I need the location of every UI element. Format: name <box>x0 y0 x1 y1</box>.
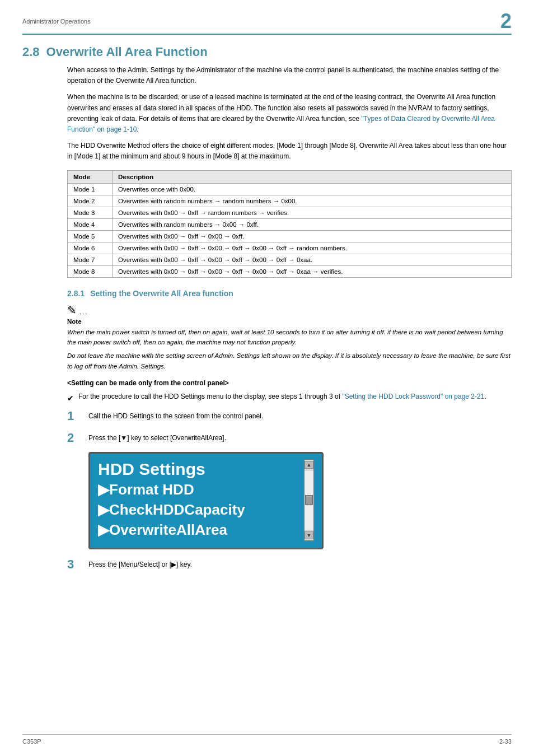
hdd-title: HDD Settings <box>98 459 302 479</box>
para3: The HDD Overwrite Method offers the choi… <box>67 141 512 162</box>
note-text1: When the main power switch is turned off… <box>67 327 512 348</box>
checkmark-item: ✔ For the procedure to call the HDD Sett… <box>67 391 512 404</box>
step-block-2: 2Press the [▼] key to select [OverwriteA… <box>67 431 512 445</box>
table-cell-desc: Overwrites with 0x00 → 0xff → 0x00 → 0xf… <box>113 230 512 242</box>
table-cell-desc: Overwrites with random numbers → 0x00 → … <box>113 218 512 230</box>
table-row: Mode 6Overwrites with 0x00 → 0xff → 0x00… <box>68 242 512 254</box>
note-box: ✎ ... Note When the main power switch is… <box>67 304 512 372</box>
hdd-screen-inner: HDD Settings▶Format HDD▶CheckHDDCapacity… <box>98 459 314 540</box>
hdd-menu-item-2: ▶OverwriteAllArea <box>98 521 302 540</box>
hdd-menu-text-1: ▶CheckHDDCapacity <box>98 501 245 520</box>
step-text-3: Press the [Menu/Select] or [▶] key. <box>88 557 192 570</box>
content-area: When access to the Admin. Settings by th… <box>67 65 512 572</box>
section-heading: Overwrite All Area Function <box>46 45 208 59</box>
step-number-2: 2 <box>67 431 81 445</box>
subsection-title: 2.8.1 Setting the Overwrite All Area fun… <box>67 289 512 298</box>
checkmark-suffix: . <box>484 393 486 400</box>
table-cell-desc: Overwrites with 0x00 → 0xff → 0x00 → 0xf… <box>113 265 512 277</box>
modes-table: Mode Description Mode 1Overwrites once w… <box>67 170 512 278</box>
table-cell-mode: Mode 2 <box>68 195 113 207</box>
setting-panel-label: <Setting can be made only from the contr… <box>67 379 512 387</box>
section-title: 2.8 Overwrite All Area Function <box>22 45 512 59</box>
note-icon: ✎ <box>67 304 77 317</box>
table-cell-desc: Overwrites with 0x00 → 0xff → 0x00 → 0xf… <box>113 254 512 265</box>
footer-left: C353P <box>22 738 41 745</box>
table-cell-mode: Mode 6 <box>68 242 113 254</box>
page: Administrator Operations 2 2.8 Overwrite… <box>0 0 534 756</box>
step-text-1: Call the HDD Settings to the screen from… <box>88 409 263 422</box>
checkmark-text: For the procedure to call the HDD Settin… <box>78 391 486 402</box>
hdd-scroll-up[interactable]: ▲ <box>305 461 313 469</box>
table-cell-desc: Overwrites with 0x00 → 0xff → 0x00 → 0xf… <box>113 242 512 254</box>
table-cell-mode: Mode 8 <box>68 265 113 277</box>
table-row: Mode 5Overwrites with 0x00 → 0xff → 0x00… <box>68 230 512 242</box>
subsection-number: 2.8.1 <box>67 289 85 298</box>
table-cell-mode: Mode 3 <box>68 207 113 218</box>
para2: When the machine is to be discarded, or … <box>67 92 512 135</box>
hdd-screen-wrap: HDD Settings▶Format HDD▶CheckHDDCapacity… <box>88 452 512 549</box>
step-text-2: Press the [▼] key to select [OverwriteAl… <box>88 431 226 444</box>
step-number-1: 1 <box>67 409 81 423</box>
hdd-scroll-track <box>305 470 313 530</box>
checkmark-link[interactable]: "Setting the HDD Lock Password" on page … <box>342 393 484 400</box>
hdd-scrollbar[interactable]: ▲▼ <box>304 459 314 540</box>
step-block-1: 1Call the HDD Settings to the screen fro… <box>67 409 512 423</box>
table-cell-desc: Overwrites with 0x00 → 0xff → random num… <box>113 207 512 218</box>
table-row: Mode 4Overwrites with random numbers → 0… <box>68 218 512 230</box>
table-row: Mode 3Overwrites with 0x00 → 0xff → rand… <box>68 207 512 218</box>
hdd-menu-item-1: ▶CheckHDDCapacity <box>98 501 302 520</box>
section-number: 2.8 <box>22 45 40 59</box>
step-number-3: 3 <box>67 557 81 572</box>
header-bar: Administrator Operations 2 <box>22 11 512 35</box>
table-row: Mode 1Overwrites once with 0x00. <box>68 183 512 195</box>
table-col-mode: Mode <box>68 170 113 183</box>
table-cell-mode: Mode 7 <box>68 254 113 265</box>
hdd-scroll-down[interactable]: ▼ <box>305 531 313 539</box>
checkmark-icon: ✔ <box>67 392 74 404</box>
note-icon-wrap: ✎ ... <box>67 304 512 318</box>
table-col-desc: Description <box>113 170 512 183</box>
table-cell-mode: Mode 4 <box>68 218 113 230</box>
table-cell-mode: Mode 5 <box>68 230 113 242</box>
table-row: Mode 2Overwrites with random numbers → r… <box>68 195 512 207</box>
table-cell-desc: Overwrites with random numbers → random … <box>113 195 512 207</box>
table-cell-desc: Overwrites once with 0x00. <box>113 183 512 195</box>
hdd-content: HDD Settings▶Format HDD▶CheckHDDCapacity… <box>98 459 302 540</box>
steps-container: 1Call the HDD Settings to the screen fro… <box>67 409 512 572</box>
breadcrumb: Administrator Operations <box>22 18 91 25</box>
hdd-scroll-thumb <box>305 495 313 505</box>
note-text2: Do not leave the machine with the settin… <box>67 351 512 371</box>
checkmark-prefix: For the procedure to call the HDD Settin… <box>78 393 342 400</box>
table-cell-mode: Mode 1 <box>68 183 113 195</box>
hdd-menu-text-2: ▶OverwriteAllArea <box>98 521 227 540</box>
footer-right: 2-33 <box>499 738 512 745</box>
para1: When access to the Admin. Settings by th… <box>67 65 512 86</box>
hdd-screen: HDD Settings▶Format HDD▶CheckHDDCapacity… <box>88 452 324 549</box>
chapter-number: 2 <box>500 11 512 31</box>
step-block-3: 3Press the [Menu/Select] or [▶] key. <box>67 557 512 572</box>
para2-end: . <box>137 125 138 133</box>
subsection-heading: Setting the Overwrite All Area function <box>90 289 233 298</box>
note-label: Note <box>67 318 512 325</box>
hdd-menu-item-0: ▶Format HDD <box>98 480 302 500</box>
hdd-menu-text-0: ▶Format HDD <box>98 480 194 500</box>
table-row: Mode 7Overwrites with 0x00 → 0xff → 0x00… <box>68 254 512 265</box>
footer-bar: C353P 2-33 <box>22 734 512 745</box>
table-row: Mode 8Overwrites with 0x00 → 0xff → 0x00… <box>68 265 512 277</box>
